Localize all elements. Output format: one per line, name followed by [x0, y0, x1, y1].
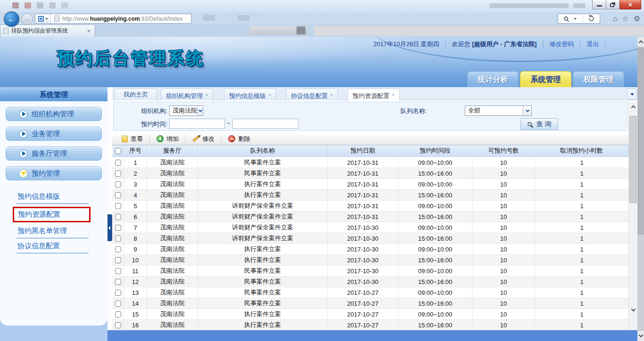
- submenu-reservation-info-template[interactable]: 预约信息模版: [17, 190, 89, 204]
- row-checkbox[interactable]: [115, 311, 121, 317]
- restore-button[interactable]: [606, 0, 620, 9]
- screen: × ← → http://www.huangpeiying.com:83/Def…: [0, 0, 644, 341]
- browser-scrollbar[interactable]: [637, 37, 644, 341]
- cell-time-slot: 15:00~16:00: [398, 168, 472, 179]
- forward-button[interactable]: →: [21, 13, 33, 25]
- table-row[interactable]: 6 茂南法院 诉前财产保全案件立案 2017-10-31 15:00~16:00…: [112, 211, 628, 222]
- edit-button[interactable]: 修改: [185, 134, 221, 144]
- table-row[interactable]: 8 茂南法院 诉前财产保全案件立案 2017-10-30 15:00~16:00…: [112, 233, 628, 244]
- tab-close-icon[interactable]: ×: [330, 92, 333, 97]
- sidebar-item-hall-management[interactable]: 服务厅管理: [6, 146, 102, 161]
- sidebar-collapse-handle[interactable]: [107, 214, 112, 241]
- tab-my-home[interactable]: 我的主页: [115, 89, 157, 100]
- submenu-agreement-info-config[interactable]: 协议信息配置: [17, 240, 89, 253]
- table-row[interactable]: 15 茂南法院 执行案件立案 2017-10-27 09:00~10:00 10…: [112, 309, 628, 320]
- refresh-icon[interactable]: [588, 15, 595, 22]
- back-button[interactable]: ←: [4, 11, 19, 27]
- row-checkbox[interactable]: [115, 257, 121, 263]
- tab-close-icon[interactable]: ×: [205, 92, 208, 97]
- scroll-up-button[interactable]: [637, 37, 644, 47]
- table-row[interactable]: 11 茂南法院 民事案件立案 2017-10-30 09:00~10:00 10…: [112, 266, 628, 276]
- org-select[interactable]: 茂南法院: [169, 106, 203, 116]
- table-row[interactable]: 2 茂南法院 民事案件立案 2017-10-31 15:00~16:00 10 …: [112, 168, 628, 179]
- row-checkbox[interactable]: [115, 192, 121, 198]
- row-checkbox-cell: [112, 276, 124, 287]
- scroll-up-button[interactable]: [629, 102, 637, 111]
- cell-cancel-hours: 1: [535, 244, 628, 255]
- queue-select[interactable]: 全部: [465, 106, 532, 116]
- row-checkbox[interactable]: [115, 235, 121, 242]
- select-arrow-icon[interactable]: [197, 106, 203, 115]
- row-checkbox[interactable]: [115, 203, 121, 209]
- row-checkbox[interactable]: [115, 322, 121, 328]
- content-scrollbar[interactable]: [628, 102, 637, 330]
- sidebar-item-business-management[interactable]: 业务管理: [6, 127, 102, 141]
- favorites-star-icon[interactable]: ☆: [622, 14, 628, 24]
- table-row[interactable]: 3 茂南法院 执行案件立案 2017-10-31 09:00~10:00 10 …: [112, 179, 628, 190]
- row-checkbox[interactable]: [115, 160, 121, 166]
- submenu-reservation-blacklist[interactable]: 预约黑名单管理: [17, 225, 89, 238]
- minimize-button[interactable]: [592, 0, 606, 9]
- logout-link[interactable]: 退出: [587, 41, 599, 48]
- row-checkbox[interactable]: [115, 268, 121, 274]
- table-row[interactable]: 14 茂南法院 民事案件立案 2017-10-27 15:00~16:00 10…: [112, 298, 628, 309]
- row-checkbox[interactable]: [115, 279, 121, 285]
- sidebar-item-org-management[interactable]: 组织机构管理: [6, 107, 102, 121]
- delete-button[interactable]: 删除: [221, 134, 257, 144]
- add-button[interactable]: 增加: [149, 134, 185, 144]
- scrollbar-thumb[interactable]: [629, 116, 637, 203]
- scrollbar-thumb[interactable]: [638, 48, 644, 235]
- compatibility-view-button[interactable]: [35, 14, 51, 23]
- row-checkbox[interactable]: [115, 246, 121, 252]
- table-row[interactable]: 12 茂南法院 民事案件立案 2017-10-30 15:00~16:00 10…: [112, 276, 628, 287]
- table-row[interactable]: 5 茂南法院 诉前财产保全案件立案 2017-10-31 09:00~10:00…: [112, 201, 628, 211]
- table-row[interactable]: 13 茂南法院 民事案件立案 2017-10-27 09:00~10:00 10…: [112, 287, 628, 298]
- background-window-toolbar-ghost: [12, 2, 68, 8]
- scroll-down-button[interactable]: [629, 305, 637, 315]
- row-checkbox[interactable]: [115, 181, 121, 187]
- browser-tab-title: 排队预约综合管理系统: [11, 27, 83, 35]
- search-dropdown-icon[interactable]: [574, 18, 577, 20]
- cell-queue-name: 执行案件立案: [198, 179, 328, 190]
- close-button[interactable]: ×: [619, 0, 641, 9]
- table-row[interactable]: 4 茂南法院 执行案件立案 2017-10-31 15:00~16:00 10 …: [112, 190, 628, 201]
- row-checkbox[interactable]: [115, 290, 121, 296]
- tab-close-icon[interactable]: ×: [392, 92, 395, 97]
- change-password-link[interactable]: 修改密码: [549, 41, 574, 48]
- tab-overflow-button[interactable]: [627, 89, 637, 100]
- scroll-down-button[interactable]: [637, 331, 644, 341]
- row-checkbox[interactable]: [115, 225, 121, 231]
- nav-system-management[interactable]: 系统管理: [520, 71, 571, 87]
- cell-date: 2017-10-30: [328, 266, 398, 276]
- search-button[interactable]: 查 询: [520, 118, 558, 130]
- row-checkbox[interactable]: [115, 170, 121, 177]
- tab-agreement-info-config[interactable]: 协议信息配置×: [286, 89, 338, 100]
- tab-reservation-resource-config[interactable]: 预约资源配置×: [347, 89, 400, 101]
- cell-time-slot: 09:00~10:00: [398, 201, 472, 211]
- home-icon[interactable]: ⌂: [613, 14, 618, 24]
- time-from-input[interactable]: [169, 119, 225, 129]
- table-row[interactable]: 7 茂南法院 诉前财产保全案件立案 2017-10-30 09:00~10:00…: [112, 222, 628, 233]
- search-icon[interactable]: [564, 16, 568, 21]
- table-row[interactable]: 10 茂南法院 执行案件立案 2017-10-30 15:00~16:00 10…: [112, 255, 628, 266]
- nav-permission-management[interactable]: 权限管理: [573, 71, 624, 87]
- view-button[interactable]: 查看: [115, 134, 149, 144]
- url-field[interactable]: http://www.huangpeiying.com:83/Default/I…: [35, 14, 191, 24]
- table-row[interactable]: 9 茂南法院 执行案件立案 2017-10-30 09:00~10:00 10 …: [112, 244, 628, 255]
- table-row[interactable]: 1 茂南法院 民事案件立案 2017-10-31 09:00~10:00 10 …: [112, 157, 628, 168]
- cell-date: 2017-10-27: [328, 309, 398, 320]
- table-row[interactable]: 16 茂南法院 执行案件立案 2017-10-27 15:00~16:00 10…: [112, 320, 628, 331]
- tab-close-icon[interactable]: ×: [268, 92, 271, 97]
- sidebar-item-reservation-management[interactable]: 预约管理: [6, 166, 102, 180]
- tab-reservation-info-template[interactable]: 预约信息模版×: [224, 89, 276, 100]
- tab-close-icon[interactable]: ×: [85, 27, 92, 34]
- select-arrow-icon[interactable]: [523, 106, 531, 115]
- row-checkbox[interactable]: [115, 214, 121, 220]
- tab-org-management[interactable]: 组织机构管理×: [161, 89, 213, 100]
- submenu-reservation-resource-config[interactable]: 预约资源配置: [13, 207, 91, 222]
- settings-gear-icon[interactable]: ⚙: [634, 14, 640, 24]
- nav-statistics[interactable]: 统计分析: [467, 71, 519, 87]
- row-checkbox[interactable]: [115, 300, 121, 307]
- time-to-input[interactable]: [232, 119, 298, 129]
- select-all-checkbox[interactable]: [115, 148, 121, 154]
